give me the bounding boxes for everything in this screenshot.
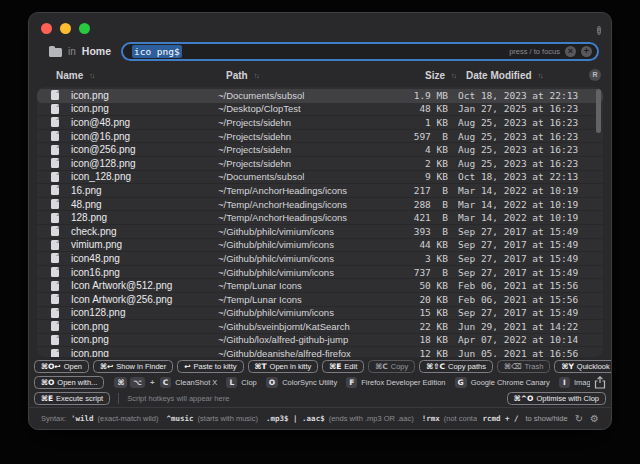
table-row[interactable]: 128.png ~/Temp/AnchorHeadings/icons 421 …: [37, 211, 603, 225]
table-row[interactable]: icon.png ~/Documents/subsol 1.9 MB Oct 1…: [37, 89, 603, 103]
column-header-name[interactable]: Name ↑↓: [37, 70, 226, 81]
table-row[interactable]: icon@128.png ~/Projects/sidehn 2 KB Aug …: [37, 157, 603, 171]
file-size-cell: 1.9 MB: [368, 90, 448, 101]
hotkey-action-button[interactable]: ⌘C Copy: [368, 360, 415, 373]
open-with-app[interactable]: O ColorSync Utility: [266, 377, 337, 388]
syntax-description: (ends with .mp3 OR .aac): [329, 414, 414, 423]
column-header-path[interactable]: Path ↑↓: [226, 70, 376, 81]
search-input[interactable]: ico png$ press / to focus × +: [121, 42, 599, 61]
file-size-cell: 12 KB: [368, 348, 448, 357]
table-row[interactable]: 48.png ~/Temp/AnchorHeadings/icons 288 B…: [37, 198, 603, 212]
add-filter-icon[interactable]: +: [581, 46, 592, 57]
file-name-cell: 16.png: [71, 185, 218, 196]
file-name-cell: icon48.png: [71, 253, 218, 264]
plus-label: +: [150, 378, 155, 387]
hotkey-action-button[interactable]: ⌘E Edit: [322, 360, 364, 373]
file-path-cell: ~/Temp/AnchorHeadings/icons: [218, 212, 368, 223]
divider: [118, 393, 119, 404]
file-path-cell: ~/Documents/subsol: [218, 171, 368, 182]
zoom-button[interactable]: [79, 23, 90, 34]
open-with-app[interactable]: F Firefox Developer Edition: [346, 377, 445, 388]
column-header-date-modified[interactable]: Date Modified ↑↓: [466, 70, 589, 81]
file-name-cell: icon@48.png: [71, 117, 218, 128]
clear-search-icon[interactable]: ×: [565, 46, 576, 57]
file-date-cell: Mar 14, 2022 at 10:19: [458, 185, 595, 196]
file-date-cell: Sep 27, 2017 at 15:49: [458, 226, 595, 237]
search-query-text: ico png$: [132, 45, 182, 58]
file-icon: [51, 308, 59, 318]
gear-icon[interactable]: ⚙: [590, 413, 599, 424]
hotkey-keys-label: ↩: [184, 362, 190, 371]
file-size-cell: 393 B: [368, 226, 448, 237]
file-size-cell: 18 KB: [368, 334, 448, 345]
open-with-app[interactable]: L Clop: [226, 377, 256, 388]
status-bar: Syntax: 'wild (exact-match wild) ^music …: [29, 407, 611, 429]
open-with-app[interactable]: I ImageOptim: [559, 377, 590, 388]
refresh-icon[interactable]: ↻: [575, 413, 583, 424]
syntax-token: !rmx (not containing rmx): [422, 414, 478, 423]
table-row[interactable]: icon48.png ~/Github/philc/vimium/icons 3…: [37, 252, 603, 266]
results-table: icon.png ~/Documents/subsol 1.9 MB Oct 1…: [37, 87, 603, 357]
hotkey-action-button[interactable]: ⌘O↩ Open: [34, 360, 89, 373]
file-path-cell: ~/Projects/sidehn: [218, 144, 368, 155]
table-row[interactable]: icon16.png ~/Github/philc/vimium/icons 7…: [37, 266, 603, 280]
table-row[interactable]: icon.png ~/Github/deanishe/alfred-firefo…: [37, 347, 603, 357]
syntax-token: 'wild (exact-match wild): [71, 414, 158, 423]
hotkey-action-button[interactable]: ↩ Paste to kitty: [177, 360, 243, 373]
file-icon: [51, 131, 59, 141]
app-name-label: Firefox Developer Edition: [361, 378, 445, 387]
file-size-cell: 22 KB: [368, 321, 448, 332]
desktop-background: ! in Home ico png$ press / to focus × + …: [0, 0, 640, 464]
execute-script-button[interactable]: ⌘E Execute script: [34, 392, 110, 405]
file-name-cell: vimium.png: [71, 239, 218, 250]
table-row[interactable]: vimium.png ~/Github/philc/vimium/icons 4…: [37, 239, 603, 253]
minimize-button[interactable]: [60, 23, 71, 34]
table-row[interactable]: check.png ~/Github/philc/vimium/icons 39…: [37, 225, 603, 239]
file-size-cell: 288 B: [368, 199, 448, 210]
close-button[interactable]: [41, 23, 52, 34]
app-name-label: Google Chrome Canary: [471, 378, 550, 387]
file-icon: [51, 281, 59, 291]
column-header-size[interactable]: Size ↑↓: [376, 70, 456, 81]
hotkey-action-button[interactable]: ⌘⇧C Copy paths: [419, 360, 493, 373]
syntax-label: Syntax:: [41, 414, 66, 423]
hotkey-action-label: Open: [64, 362, 82, 371]
file-path-cell: ~/Projects/sidehn: [218, 158, 368, 169]
regex-mode-icon[interactable]: R: [589, 69, 601, 81]
modifier-keycap: ⌘: [114, 377, 127, 388]
syntax-code: .mp3$ | .aac$: [266, 414, 325, 423]
hotkey-action-button[interactable]: ⌘↩ Show in Finder: [93, 360, 173, 373]
hotkey-action-button[interactable]: ⌘T Open in kitty: [248, 360, 319, 373]
file-date-cell: Mar 14, 2022 at 10:19: [458, 199, 595, 210]
open-with-app[interactable]: C CleanShot X: [160, 377, 218, 388]
hotkey-action-button[interactable]: ⌘Y Quicklook: [554, 360, 612, 373]
file-path-cell: ~/Desktop/ClopTest: [218, 103, 368, 114]
scrollbar-thumb[interactable]: [596, 89, 601, 133]
file-icon: [51, 294, 59, 304]
file-path-cell: ~/Temp/Lunar Icons: [218, 280, 368, 291]
table-row[interactable]: Icon Artwork@512.png ~/Temp/Lunar Icons …: [37, 279, 603, 293]
file-size-cell: 48 KB: [368, 103, 448, 114]
open-with-button[interactable]: ⌘O Open with...: [34, 376, 104, 389]
table-row[interactable]: icon128.png ~/Github/philc/vimium/icons …: [37, 307, 603, 321]
hotkey-keys-label: ⌘⌫: [504, 362, 522, 371]
table-row[interactable]: 16.png ~/Temp/AnchorHeadings/icons 217 B…: [37, 184, 603, 198]
open-with-app[interactable]: G Google Chrome Canary: [455, 377, 550, 388]
file-size-cell: 737 B: [368, 267, 448, 278]
app-name-label: CleanShot X: [175, 378, 217, 387]
file-size-cell: 9 KB: [368, 171, 448, 182]
notification-icon[interactable]: !: [597, 26, 601, 35]
table-row[interactable]: icon@256.png ~/Projects/sidehn 4 KB Aug …: [37, 143, 603, 157]
share-icon[interactable]: [594, 376, 606, 389]
table-row[interactable]: icon@48.png ~/Projects/sidehn 1 KB Aug 2…: [37, 116, 603, 130]
table-row[interactable]: icon@16.png ~/Projects/sidehn 597 B Aug …: [37, 130, 603, 144]
table-row[interactable]: icon.png ~/Desktop/ClopTest 48 KB Jan 27…: [37, 103, 603, 117]
table-row[interactable]: icon.png ~/Github/sveinbjornt/KatSearch …: [37, 320, 603, 334]
hotkey-keys-label: ⌘C: [375, 362, 387, 371]
optimise-with-clop-button[interactable]: ⌘^O Optimise with Clop: [507, 392, 606, 405]
table-row[interactable]: icon_128.png ~/Documents/subsol 9 KB Oct…: [37, 171, 603, 185]
table-row[interactable]: icon.png ~/Github/lox/alfred-github-jump…: [37, 334, 603, 348]
scope-location-label[interactable]: Home: [82, 45, 111, 57]
hotkey-action-button[interactable]: ⌘⌫ Trash: [497, 360, 550, 373]
table-row[interactable]: Icon Artwork@256.png ~/Temp/Lunar Icons …: [37, 293, 603, 307]
